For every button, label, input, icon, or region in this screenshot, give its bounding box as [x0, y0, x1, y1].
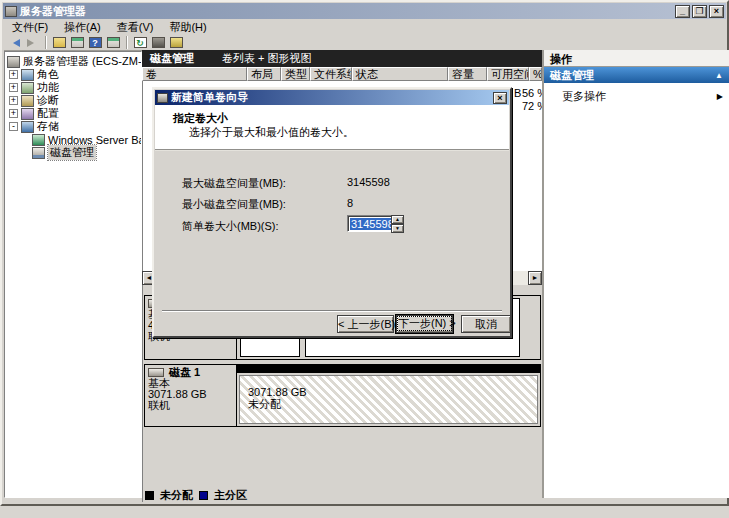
up-folder-icon[interactable] — [51, 36, 67, 50]
dialog-heading: 指定卷大小 — [173, 111, 228, 126]
console-window-icon[interactable] — [105, 36, 121, 50]
menu-action[interactable]: 操作(A) — [56, 19, 109, 36]
expand-icon[interactable]: + — [9, 70, 18, 79]
disk-drive-icon — [148, 368, 164, 377]
sidebar-item-storage[interactable]: - 存储 — [9, 120, 59, 133]
roles-icon — [21, 69, 34, 81]
legend: 未分配 主分区 — [145, 488, 247, 503]
col-percent-free[interactable]: % 可 — [529, 67, 542, 81]
legend-unallocated-label: 未分配 — [160, 488, 193, 503]
diagnostics-icon — [21, 95, 34, 107]
menu-file[interactable]: 文件(F) — [4, 19, 56, 36]
expand-icon[interactable]: + — [9, 96, 18, 105]
forward-icon[interactable] — [24, 36, 40, 50]
desktop-background — [0, 506, 729, 518]
unallocated-color-bar — [237, 365, 540, 373]
minimize-button[interactable]: _ — [675, 5, 690, 18]
back-button[interactable]: < 上一步(B) — [337, 315, 394, 333]
simple-volume-size-value[interactable]: 3145598 — [350, 218, 395, 230]
console-window-icon[interactable] — [69, 36, 85, 50]
dialog-subheading: 选择介于最大和最小值的卷大小。 — [189, 125, 354, 140]
legend-primary-swatch — [199, 491, 208, 500]
spin-up-icon[interactable]: ▲ — [391, 215, 404, 224]
col-status[interactable]: 状态 — [352, 67, 448, 81]
expand-icon[interactable]: + — [9, 109, 18, 118]
min-space-value: 8 — [347, 197, 353, 209]
disk1-label: 磁盘 1 基本 3071.88 GB 联机 — [145, 365, 237, 426]
disk-icon — [32, 147, 45, 159]
server-icon — [7, 56, 20, 68]
volume-row-fragment: B — [514, 87, 521, 99]
submenu-arrow-icon: ▶ — [717, 92, 723, 101]
cancel-button[interactable]: 取消 — [461, 315, 511, 333]
col-free-space[interactable]: 可用空间 — [487, 67, 529, 81]
storage-icon — [21, 121, 34, 133]
back-icon[interactable] — [6, 36, 22, 50]
max-space-label: 最大磁盘空间量(MB): — [182, 176, 286, 191]
scroll-right-icon[interactable]: ► — [528, 271, 542, 285]
volume-list-header: 卷 布局 类型 文件系统 状态 容量 可用空间 % 可 — [142, 67, 542, 81]
more-actions-item[interactable]: 更多操作 ▶ — [544, 83, 729, 104]
new-simple-volume-wizard-dialog: 新建简单卷向导 × 指定卷大小 选择介于最大和最小值的卷大小。 最大磁盘空间量(… — [152, 87, 512, 338]
col-capacity[interactable]: 容量 — [448, 67, 487, 81]
maximize-button[interactable]: ❐ — [692, 5, 707, 18]
simple-volume-size-label: 简单卷大小(MB)(S): — [182, 219, 279, 234]
pane-title: 磁盘管理 — [150, 51, 194, 66]
expand-icon[interactable]: + — [9, 83, 18, 92]
dialog-close-icon[interactable]: × — [493, 92, 507, 104]
actions-title: 操作 — [544, 50, 729, 67]
dialog-separator — [162, 310, 502, 312]
simple-volume-size-input[interactable]: 3145598 ▲ ▼ — [347, 215, 392, 232]
console-tree: 服务器管理器 (ECS-ZM-WIN8) + 角色 + 功能 + 诊断 + 配置… — [4, 51, 142, 498]
menu-bar: 文件(F) 操作(A) 查看(V) 帮助(H) — [4, 20, 725, 35]
title-bar: 服务器管理器 _ ❐ × — [3, 3, 726, 19]
min-space-label: 最小磁盘空间量(MB): — [182, 197, 286, 212]
disk1-status: 联机 — [148, 400, 233, 411]
col-layout[interactable]: 布局 — [247, 67, 281, 81]
dialog-title: 新建简单卷向导 — [171, 90, 248, 105]
properties-icon[interactable] — [150, 36, 166, 50]
disk1-name: 磁盘 1 — [169, 367, 200, 378]
selected-tree-label: 磁盘管理 — [48, 145, 96, 160]
spin-down-icon[interactable]: ▼ — [391, 224, 404, 233]
unallocated-size: 3071.88 GB — [248, 386, 537, 398]
help-icon[interactable]: ? — [87, 36, 103, 50]
backup-icon — [32, 134, 45, 146]
refresh-icon[interactable]: ↻ — [132, 36, 148, 50]
install-shield-icon[interactable] — [168, 36, 184, 50]
col-filesystem[interactable]: 文件系统 — [310, 67, 352, 81]
pane-view-label: 卷列表 + 图形视图 — [222, 51, 312, 66]
disk1-graphic[interactable]: 3071.88 GB 未分配 — [237, 365, 540, 426]
toolbar-separator — [45, 36, 46, 49]
server-manager-window: 服务器管理器 _ ❐ × 文件(F) 操作(A) 查看(V) 帮助(H) ? ↻… — [0, 0, 729, 506]
col-type[interactable]: 类型 — [281, 67, 310, 81]
close-button[interactable]: × — [709, 5, 724, 18]
disk-management-header: 磁盘管理 卷列表 + 图形视图 — [142, 50, 542, 67]
features-icon — [21, 82, 34, 94]
disk1-row[interactable]: 磁盘 1 基本 3071.88 GB 联机 3071.88 GB 未分配 — [144, 364, 541, 427]
menu-view[interactable]: 查看(V) — [109, 19, 162, 36]
server-manager-icon — [5, 6, 17, 17]
sidebar-item-disk-management[interactable]: 磁盘管理 — [32, 146, 96, 159]
actions-panel: 操作 磁盘管理 ▲ 更多操作 ▶ — [542, 50, 729, 498]
menu-help[interactable]: 帮助(H) — [161, 19, 214, 36]
collapse-icon[interactable]: - — [9, 122, 18, 131]
toolbar-separator — [126, 36, 127, 49]
col-volume[interactable]: 卷 — [142, 67, 247, 81]
legend-primary-label: 主分区 — [214, 488, 247, 503]
sidebar-item-server-manager[interactable]: 服务器管理器 (ECS-ZM-WIN8) — [7, 55, 142, 68]
unallocated-label: 未分配 — [248, 398, 537, 410]
window-title: 服务器管理器 — [20, 4, 86, 19]
configuration-icon — [21, 108, 34, 120]
toolbar: ? ↻ — [4, 35, 725, 51]
wizard-icon — [157, 93, 168, 103]
dialog-header: 指定卷大小 选择介于最大和最小值的卷大小。 — [155, 105, 509, 151]
collapse-chevron-icon[interactable]: ▲ — [715, 71, 723, 80]
next-button[interactable]: 下一步(N) > — [396, 315, 453, 333]
dialog-title-bar: 新建简单卷向导 × — [155, 90, 509, 105]
actions-section-disk-management[interactable]: 磁盘管理 ▲ — [544, 67, 729, 83]
unallocated-region[interactable]: 3071.88 GB 未分配 — [239, 375, 538, 424]
legend-unallocated-swatch — [145, 491, 154, 500]
max-space-value: 3145598 — [347, 176, 390, 188]
